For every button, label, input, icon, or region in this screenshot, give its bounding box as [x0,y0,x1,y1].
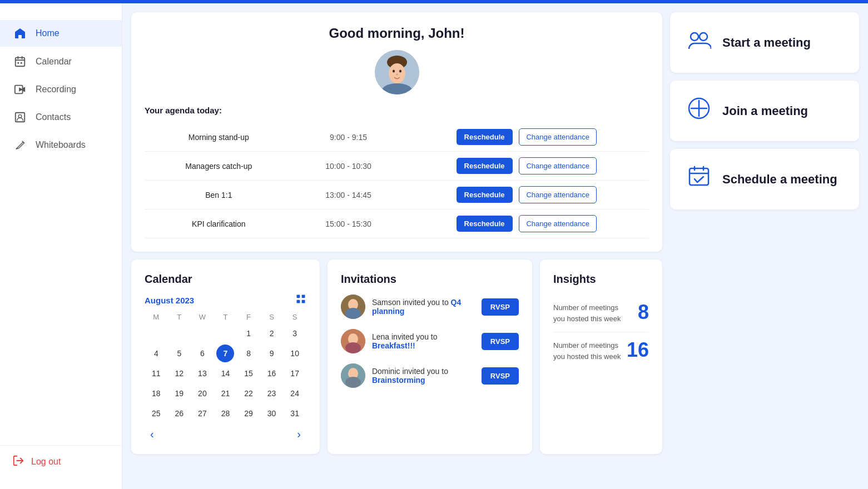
calendar-day[interactable]: 17 [286,365,304,382]
sidebar-item-calendar-label: Calendar [36,57,72,67]
calendar-day[interactable]: 20 [194,385,211,402]
calendar-day[interactable]: 26 [170,405,188,422]
topbar [0,0,868,3]
join-meeting-card[interactable]: Join a meeting [670,81,859,141]
calendar-day[interactable]: 24 [286,385,304,402]
reschedule-button[interactable]: Reschedule [457,187,513,203]
change-attendance-button[interactable]: Change attendance [519,157,596,174]
calendar-day[interactable]: 3 [286,325,304,342]
calendar-day[interactable]: 22 [240,385,257,402]
reschedule-button[interactable]: Reschedule [457,216,513,232]
insights-title: Insights [553,273,649,286]
calendar-day[interactable]: 28 [216,405,234,422]
reschedule-button[interactable]: Reschedule [457,129,513,145]
insight-row: Number of meetings you hosted this week … [553,295,649,332]
schedule-meeting-title: Schedule a meeting [722,172,837,187]
calendar-day[interactable]: 8 [240,345,257,362]
logout-button[interactable]: Log out [12,455,110,469]
avatar [375,50,419,94]
calendar-day[interactable]: 18 [147,385,165,402]
contacts-icon [12,111,28,123]
greeting-card: Good morning, John! [131,12,662,252]
calendar-day[interactable]: 27 [194,405,211,422]
join-meeting-icon [687,96,711,126]
meeting-time: 9:00 - 9:15 [293,123,404,152]
svg-point-16 [393,70,395,73]
center-column: Good morning, John! [131,12,662,480]
calendar-day[interactable]: 16 [263,365,281,382]
calendar-day[interactable]: 25 [147,405,165,422]
greeting-title: Good morning, John! [145,26,649,41]
calendar-weekday: S [283,313,306,321]
invitations-title: Invitations [341,273,519,286]
join-meeting-title: Join a meeting [722,104,808,118]
sidebar-item-whiteboards[interactable]: Whiteboards [0,132,122,158]
invitee-avatar [341,295,365,319]
schedule-meeting-card[interactable]: Schedule a meeting [670,149,859,209]
agenda-table: Morning stand-up 9:00 - 9:15 Reschedule … [145,123,649,238]
calendar-day[interactable]: 29 [240,405,257,422]
calendar-day[interactable]: 4 [147,345,165,362]
calendar-prev-button[interactable]: ‹ [150,428,154,441]
change-attendance-button[interactable]: Change attendance [519,186,596,203]
invitation-item: Dominic invited you to Brainstorming RVS… [341,363,519,388]
logout-label: Log out [31,457,61,467]
invitation-text: Lena invited you to Breakfast!!! [372,332,475,350]
calendar-day[interactable]: 10 [286,345,304,362]
calendar-day[interactable]: 30 [263,405,281,422]
calendar-day[interactable]: 23 [263,385,281,402]
calendar-grid-icon[interactable] [295,293,306,307]
agenda-heading: Your agenda today: [145,106,649,115]
agenda-row: KPI clarification 15:00 - 15:30 Reschedu… [145,209,649,238]
calendar-day[interactable]: 13 [194,365,211,382]
calendar-day[interactable]: 2 [263,325,281,342]
sidebar-item-contacts[interactable]: Contacts [0,104,122,130]
meeting-link[interactable]: Brainstorming [372,376,425,385]
calendar-next-button[interactable]: › [297,428,301,441]
reschedule-button[interactable]: Reschedule [457,158,513,174]
sidebar-item-calendar[interactable]: Calendar [0,49,122,74]
calendar-day[interactable]: 12 [170,365,188,382]
home-icon [12,27,28,40]
bottom-row: Calendar August 2023 MTWTFSS 12345678910… [131,260,662,454]
svg-rect-4 [17,62,19,64]
main-content: Good morning, John! [122,3,868,489]
calendar-day[interactable]: 6 [194,345,211,362]
calendar-day[interactable]: 7 [216,345,234,362]
change-attendance-button[interactable]: Change attendance [519,128,596,146]
invitee-avatar [341,329,365,353]
calendar-icon [12,56,28,68]
calendar-day[interactable]: 1 [240,325,257,342]
invitee-avatar [341,363,365,388]
calendar-day-empty [216,325,234,342]
meeting-actions: Reschedule Change attendance [404,123,649,152]
rsvp-button[interactable]: RVSP [482,333,519,350]
invitation-verb: invited you to [391,332,438,341]
calendar-day[interactable]: 11 [147,365,165,382]
calendar-day[interactable]: 14 [216,365,234,382]
calendar-weekday: T [168,313,191,321]
insights-card: Insights Number of meetings you hosted t… [540,260,662,454]
rsvp-button[interactable]: RVSP [482,298,519,316]
start-meeting-icon [687,28,711,57]
calendar-day[interactable]: 31 [286,405,304,422]
svg-point-10 [18,114,22,118]
start-meeting-title: Start a meeting [722,36,811,50]
svg-point-26 [345,308,361,319]
calendar-day[interactable]: 15 [240,365,257,382]
invitation-item: Lena invited you to Breakfast!!! RVSP [341,329,519,353]
calendar-day[interactable]: 19 [170,385,188,402]
start-meeting-card[interactable]: Start a meeting [670,12,859,73]
svg-point-15 [389,63,405,83]
calendar-day[interactable]: 9 [263,345,281,362]
sidebar-item-contacts-label: Contacts [36,112,71,122]
rsvp-button[interactable]: RVSP [482,367,519,385]
calendar-day[interactable]: 21 [216,385,234,402]
sidebar-item-recording[interactable]: Recording [0,77,122,102]
agenda-row: Morning stand-up 9:00 - 9:15 Reschedule … [145,123,649,152]
sidebar-item-home[interactable]: Home [0,20,122,47]
change-attendance-button[interactable]: Change attendance [519,215,596,232]
inviter-name: Lena [372,332,389,341]
calendar-day[interactable]: 5 [170,345,188,362]
meeting-link[interactable]: Breakfast!!! [372,341,415,350]
